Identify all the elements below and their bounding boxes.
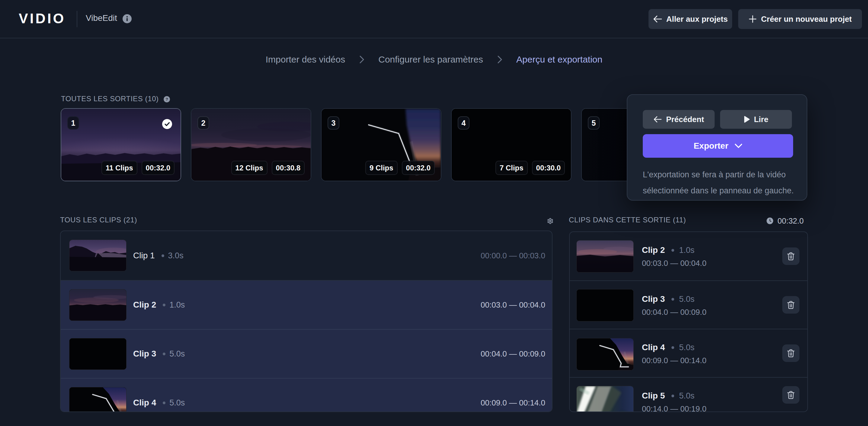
svg-text:?: ? bbox=[165, 97, 168, 102]
